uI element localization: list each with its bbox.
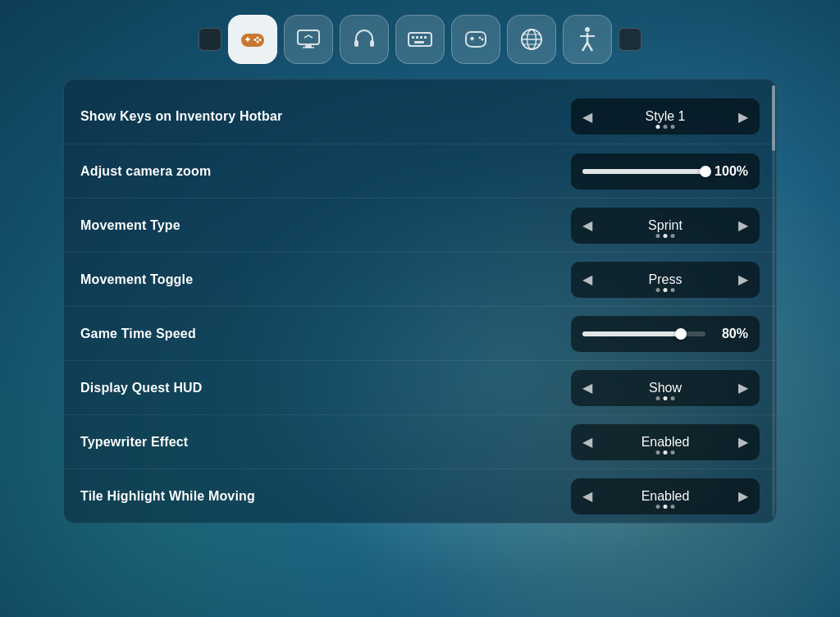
settings-panel: Show Keys on Inventory Hotbar◀Style 1▶Ad…: [63, 79, 777, 523]
setting-control-game-time-speed: 80%: [571, 316, 760, 352]
svg-point-3: [257, 37, 259, 39]
svg-line-30: [582, 43, 587, 51]
slider-fill-game-time-speed: [582, 331, 681, 336]
svg-rect-7: [298, 30, 319, 44]
arrow-left-movement-type[interactable]: ◀: [571, 208, 604, 244]
slider-adjust-camera-zoom[interactable]: 100%: [571, 153, 760, 190]
svg-rect-16: [424, 36, 427, 39]
tab-keyboard[interactable]: [395, 15, 445, 64]
setting-row-typewriter-effect: Typewriter Effect◀Enabled▶: [64, 414, 776, 468]
game-icon: [240, 28, 266, 51]
selector-value-show-keys-inventory: Style 1: [604, 109, 727, 124]
selector-dots-typewriter-effect: [656, 450, 675, 455]
slider-track-adjust-camera-zoom[interactable]: [582, 169, 705, 174]
gamepad-icon: [463, 29, 489, 50]
dot-2: [671, 505, 675, 509]
svg-rect-13: [412, 36, 414, 39]
dot-2: [671, 234, 675, 238]
selector-dots-display-quest-hud: [656, 396, 675, 400]
tab-game[interactable]: [228, 15, 277, 64]
svg-rect-17: [414, 41, 424, 43]
selector-display-quest-hud: ◀Show▶: [571, 370, 760, 406]
section-label: [64, 80, 776, 89]
selector-dots-movement-toggle: [656, 288, 675, 292]
dot-2: [671, 125, 675, 129]
slider-thumb-adjust-camera-zoom[interactable]: [700, 166, 711, 177]
dot-2: [671, 450, 675, 455]
setting-control-adjust-camera-zoom: 100%: [571, 153, 760, 190]
panel-wrapper: Show Keys on Inventory Hotbar◀Style 1▶Ad…: [63, 79, 777, 523]
dot-0: [656, 396, 660, 400]
setting-row-movement-type: Movement Type◀Sprint▶: [64, 198, 776, 252]
setting-row-tile-highlight: Tile Highlight While Moving◀Enabled▶: [64, 468, 776, 523]
arrow-left-typewriter-effect[interactable]: ◀: [571, 424, 604, 460]
setting-control-movement-toggle: ◀Press▶: [571, 262, 760, 298]
key-q: [199, 28, 221, 51]
svg-line-31: [587, 43, 592, 51]
dot-0: [656, 450, 660, 455]
arrow-right-show-keys-inventory[interactable]: ▶: [727, 98, 760, 135]
slider-percent-game-time-speed: 80%: [714, 327, 748, 341]
dot-1: [664, 125, 668, 129]
arrow-left-tile-highlight[interactable]: ◀: [571, 478, 604, 514]
headphones-icon: [352, 28, 377, 51]
slider-track-game-time-speed[interactable]: [582, 331, 705, 336]
svg-point-5: [254, 39, 257, 41]
selector-show-keys-inventory: ◀Style 1▶: [571, 98, 760, 135]
setting-control-typewriter-effect: ◀Enabled▶: [571, 424, 760, 460]
svg-rect-19: [472, 37, 473, 41]
svg-point-20: [479, 37, 482, 39]
setting-control-show-keys-inventory: ◀Style 1▶: [571, 98, 760, 135]
scrollbar-track: [772, 85, 775, 517]
setting-label-tile-highlight: Tile Highlight While Moving: [80, 489, 255, 504]
setting-label-show-keys-inventory: Show Keys on Inventory Hotbar: [80, 109, 282, 124]
setting-label-movement-toggle: Movement Toggle: [80, 272, 193, 287]
tab-network[interactable]: [507, 15, 556, 64]
setting-label-adjust-camera-zoom: Adjust camera zoom: [80, 164, 211, 179]
tab-accessibility[interactable]: [563, 15, 612, 64]
tab-display[interactable]: [284, 15, 333, 64]
setting-row-adjust-camera-zoom: Adjust camera zoom100%: [64, 144, 776, 198]
dot-2: [671, 396, 675, 400]
settings-list: Show Keys on Inventory Hotbar◀Style 1▶Ad…: [64, 89, 776, 523]
slider-percent-adjust-camera-zoom: 100%: [714, 164, 748, 179]
scrollbar-thumb[interactable]: [772, 85, 775, 151]
dot-2: [671, 288, 675, 292]
dot-0: [656, 505, 660, 509]
selector-value-typewriter-effect: Enabled: [604, 435, 727, 450]
globe-icon: [519, 27, 544, 52]
svg-rect-10: [354, 40, 358, 47]
tab-bar: [199, 15, 641, 64]
svg-rect-2: [247, 37, 249, 42]
slider-thumb-game-time-speed[interactable]: [675, 328, 687, 340]
tab-audio[interactable]: [340, 15, 389, 64]
setting-control-display-quest-hud: ◀Show▶: [571, 370, 760, 406]
selector-dots-show-keys-inventory: [656, 125, 675, 129]
slider-game-time-speed[interactable]: 80%: [571, 316, 760, 352]
selector-value-movement-type: Sprint: [604, 218, 727, 233]
setting-label-game-time-speed: Game Time Speed: [80, 327, 196, 341]
selector-value-movement-toggle: Press: [604, 272, 727, 287]
keyboard-icon: [407, 30, 433, 48]
svg-rect-11: [370, 40, 374, 47]
svg-rect-14: [416, 36, 418, 39]
setting-label-movement-type: Movement Type: [80, 218, 180, 233]
arrow-right-typewriter-effect[interactable]: ▶: [727, 424, 760, 460]
scrollbar[interactable]: [772, 79, 777, 523]
tab-gamepad[interactable]: [451, 15, 500, 64]
dot-1: [664, 450, 668, 455]
arrow-right-movement-type[interactable]: ▶: [727, 208, 760, 244]
arrow-left-movement-toggle[interactable]: ◀: [571, 262, 604, 298]
dot-1: [664, 288, 668, 292]
arrow-left-display-quest-hud[interactable]: ◀: [571, 370, 604, 406]
main-container: Show Keys on Inventory Hotbar◀Style 1▶Ad…: [0, 0, 840, 617]
dot-0: [656, 234, 660, 238]
arrow-left-show-keys-inventory[interactable]: ◀: [571, 98, 604, 135]
setting-control-tile-highlight: ◀Enabled▶: [571, 478, 760, 514]
svg-rect-15: [420, 36, 422, 39]
setting-row-movement-toggle: Movement Toggle◀Press▶: [64, 252, 776, 306]
arrow-right-display-quest-hud[interactable]: ▶: [727, 370, 760, 406]
dot-1: [664, 505, 668, 509]
arrow-right-movement-toggle[interactable]: ▶: [727, 262, 760, 298]
arrow-right-tile-highlight[interactable]: ▶: [727, 478, 760, 514]
